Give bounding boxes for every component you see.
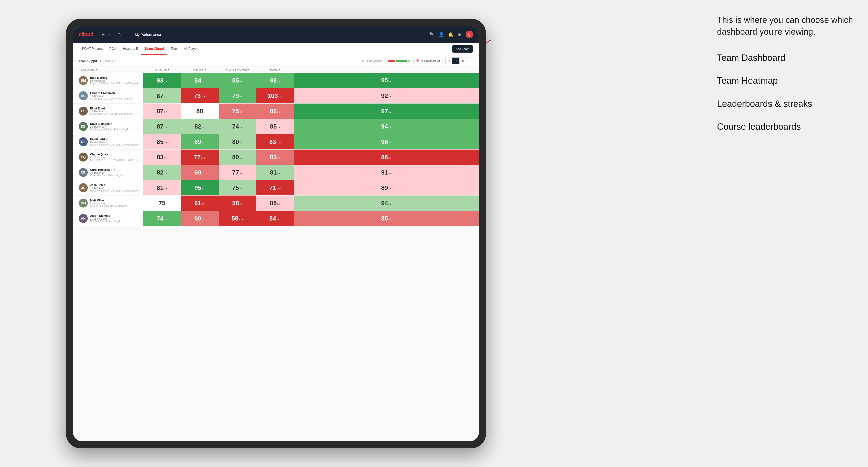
subnav-team-clippd[interactable]: Team Clippd xyxy=(141,43,167,55)
view-grid-button[interactable]: ⊞ xyxy=(445,58,452,64)
col-header-approach[interactable]: Approach ▾ xyxy=(181,67,219,73)
change-value: 1▲ xyxy=(239,157,243,159)
verified-icon: ✓ xyxy=(113,168,115,171)
user-avatar[interactable]: U xyxy=(466,31,473,38)
table-row[interactable]: EE Elliot Ebert 1-5 Handicap Sunningdale… xyxy=(73,103,479,119)
player-club: Woburn Golf Club, United Kingdom xyxy=(90,205,140,207)
table-row[interactable]: EC Edward Crossman 1-5 Handicap Sunningd… xyxy=(73,88,479,103)
change-value: 3▼ xyxy=(277,126,280,129)
col-header-around-green[interactable]: Around the Green ▾ xyxy=(219,67,256,73)
score-change: 3▼ xyxy=(164,187,167,190)
score-box: 95 9▲ xyxy=(294,73,479,88)
player-details: Edward Crossman 1-5 Handicap Sunningdale… xyxy=(90,92,140,100)
table-row[interactable]: MM Matt Miller 6-10 Handicap Woburn Golf… xyxy=(73,195,479,211)
change-value: 21▼ xyxy=(277,218,281,220)
score-change: 6▲ xyxy=(202,80,205,83)
settings-icon[interactable]: ⚙ xyxy=(458,32,461,37)
player-info-cell: EE Elliot Ebert 1-5 Handicap Sunningdale… xyxy=(73,104,143,118)
player-club: Craigmillar Park, United Kingdom xyxy=(90,174,140,177)
profile-icon[interactable]: 👤 xyxy=(439,32,444,37)
score-change: 4▼ xyxy=(239,203,243,205)
subnav-pga[interactable]: PGA xyxy=(106,43,120,55)
subnav-all-players[interactable]: All Players xyxy=(181,43,203,55)
score-cell: 75 xyxy=(143,195,181,211)
dashboard-option-1: Team Dashboard xyxy=(717,52,854,64)
score-box: 77 14▼ xyxy=(181,150,219,165)
table-row[interactable]: DF David Ford✓ Plus Handicap Royal North… xyxy=(73,134,479,150)
score-box: 83 3▼ xyxy=(143,150,181,165)
score-cell: 92 3▼ xyxy=(294,88,479,103)
score-number: 73 xyxy=(194,92,201,99)
table-row[interactable]: CQ Charlie Quick✓ 6-10 Handicap St. Geor… xyxy=(73,150,479,165)
score-number: 93 xyxy=(157,77,163,84)
score-cell: 85 3▼ xyxy=(256,119,294,134)
score-number: 95 xyxy=(381,76,388,84)
nav-links: Home Teams My Performance xyxy=(102,32,429,37)
player-club: Sunningdale Golf Club, United Kingdom xyxy=(90,113,140,115)
score-cell: 86 6▼ xyxy=(256,103,294,119)
score-cell: 83 3▼ xyxy=(143,150,181,165)
main-content: Player Quality ▾ Off the Tee ▾ Approach … xyxy=(73,67,479,441)
col-header-off-tee[interactable]: Off the Tee ▾ xyxy=(143,67,181,73)
table-row[interactable]: JC Josh Coles 1-5 Handicap Royal North D… xyxy=(73,180,479,195)
player-handicap: 6-10 Handicap xyxy=(90,202,140,205)
change-value: 3▲ xyxy=(389,142,392,144)
nav-link-home[interactable]: Home xyxy=(102,32,111,37)
edit-team-icon[interactable]: ✏ xyxy=(115,59,117,63)
subnav-hcaps[interactable]: Hcaps 1-5 xyxy=(120,43,141,55)
nav-icons: 🔍 👤 🔔 ⚙ U xyxy=(429,31,473,38)
player-handicap: 1-5 Handicap xyxy=(90,125,140,128)
change-value: 14▼ xyxy=(201,157,206,159)
score-cell: 77 14▼ xyxy=(181,150,219,165)
score-cell: 95 8▲ xyxy=(181,180,219,195)
player-club: Royal North Devon Golf Club, United King… xyxy=(90,82,140,85)
change-value: 9▲ xyxy=(239,96,243,98)
change-value: 11▼ xyxy=(201,96,206,98)
score-change: 8▼ xyxy=(389,157,392,159)
score-change: 3▼ xyxy=(277,126,280,129)
nav-link-teams[interactable]: Teams xyxy=(118,32,128,37)
score-change: 2▲ xyxy=(202,172,205,175)
table-row[interactable]: AN Aaron Nicholls 11-15 Handicap Drift G… xyxy=(73,211,479,226)
table-row[interactable]: CR Chris Robertson✓ 1-5 Handicap Craigmi… xyxy=(73,165,479,180)
player-details: Elliot Ebert 1-5 Handicap Sunningdale Go… xyxy=(90,107,140,115)
add-team-button[interactable]: Add Team xyxy=(452,45,473,53)
search-icon[interactable]: 🔍 xyxy=(429,32,434,37)
view-heatmap-button[interactable]: ⊟ xyxy=(453,58,459,64)
table-row[interactable]: DB Dave Billingham 1-5 Handicap Gog Mago… xyxy=(73,119,479,134)
score-box: 73 11▼ xyxy=(181,88,219,103)
player-info-cell: DF David Ford✓ Plus Handicap Royal North… xyxy=(73,135,143,149)
view-export-button[interactable]: ↓ xyxy=(467,58,473,64)
score-cell: 60 2▲ xyxy=(181,165,219,180)
player-cell: JC Josh Coles 1-5 Handicap Royal North D… xyxy=(73,180,143,195)
last-rounds-button[interactable]: 📅 Last Rounds: 20 xyxy=(413,58,442,64)
score-cell: 88 xyxy=(181,103,219,119)
score-change: 9▲ xyxy=(239,96,243,98)
subnav-pgat[interactable]: PGAT Players xyxy=(79,43,106,55)
player-details: David Ford✓ Plus Handicap Royal North De… xyxy=(90,137,140,146)
score-number: 87 xyxy=(157,123,163,130)
score-number: 83 xyxy=(269,138,276,146)
view-list-button[interactable]: ≡ xyxy=(460,58,466,64)
nav-link-my-performance[interactable]: My Performance xyxy=(135,32,161,37)
subnav-tour[interactable]: Tour xyxy=(167,43,181,55)
table-row[interactable]: BM Blair McHarg Plus Handicap Royal Nort… xyxy=(73,73,479,88)
player-handicap: Plus Handicap xyxy=(90,80,140,82)
player-club: Royal North Devon Golf Club, United King… xyxy=(90,189,140,192)
score-number: 77 xyxy=(194,154,201,161)
subnav: PGAT Players PGA Hcaps 1-5 Team Clippd T… xyxy=(73,43,479,55)
score-box: 88 1▼ xyxy=(256,73,294,88)
player-avatar: EE xyxy=(79,106,88,116)
bell-icon[interactable]: 🔔 xyxy=(448,32,453,37)
score-change: 3▲ xyxy=(389,142,392,144)
player-avatar: DB xyxy=(79,122,88,131)
score-number: 95 xyxy=(194,184,201,191)
score-change: 7▲ xyxy=(202,142,205,144)
score-number: 89 xyxy=(381,184,388,191)
score-box: 82 3▲ xyxy=(143,165,181,180)
score-change: 2▼ xyxy=(277,203,280,205)
score-number: 75 xyxy=(232,107,239,115)
score-box: 85 3▼ xyxy=(256,119,294,134)
score-box: 75 3▼ xyxy=(219,103,256,119)
col-header-putting[interactable]: Putting ▾ xyxy=(256,67,294,73)
